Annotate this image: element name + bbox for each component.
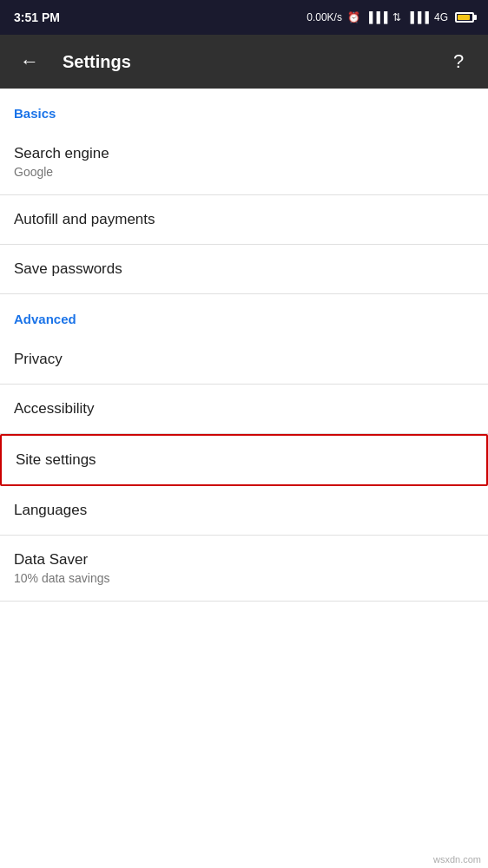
watermark: wsxdn.com	[433, 854, 481, 865]
languages-title: Languages	[14, 502, 474, 519]
network-speed: 0.00K/s	[307, 11, 342, 23]
network-type: 4G	[434, 11, 448, 23]
search-engine-title: Search engine	[14, 145, 474, 162]
back-button[interactable]: ←	[14, 46, 45, 77]
signal-icon: ▐▐▐	[366, 11, 388, 23]
save-passwords-title: Save passwords	[14, 260, 474, 278]
privacy-item[interactable]: Privacy	[0, 335, 488, 385]
data-saver-title: Data Saver	[14, 551, 474, 569]
privacy-title: Privacy	[14, 351, 474, 368]
battery-icon	[455, 12, 474, 23]
save-passwords-item[interactable]: Save passwords	[0, 245, 488, 294]
data-saver-subtitle: 10% data savings	[14, 571, 474, 585]
search-engine-subtitle: Google	[14, 165, 474, 179]
languages-item[interactable]: Languages	[0, 486, 488, 536]
advanced-section-label: Advanced	[0, 294, 488, 335]
signal-icon-2: ▐▐▐	[406, 11, 429, 23]
app-bar: ← Settings ?	[0, 35, 488, 89]
search-engine-item[interactable]: Search engine Google	[0, 129, 488, 195]
status-time: 3:51 PM	[14, 10, 60, 24]
data-saver-item[interactable]: Data Saver 10% data savings	[0, 536, 488, 602]
status-right: 0.00K/s ⏰ ▐▐▐ ⇅ ▐▐▐ 4G	[307, 11, 474, 23]
autofill-title: Autofill and payments	[14, 211, 474, 228]
site-settings-item[interactable]: Site settings	[0, 434, 488, 486]
autofill-item[interactable]: Autofill and payments	[0, 195, 488, 245]
arrows-icon: ⇅	[392, 11, 401, 23]
status-bar: 3:51 PM 0.00K/s ⏰ ▐▐▐ ⇅ ▐▐▐ 4G	[0, 0, 488, 35]
site-settings-title: Site settings	[16, 451, 472, 469]
alarm-icon: ⏰	[347, 11, 360, 23]
accessibility-title: Accessibility	[14, 400, 474, 418]
settings-content: Basics Search engine Google Autofill and…	[0, 89, 488, 602]
accessibility-item[interactable]: Accessibility	[0, 385, 488, 434]
page-title: Settings	[63, 52, 425, 72]
help-button[interactable]: ?	[443, 46, 474, 77]
basics-section-label: Basics	[0, 89, 488, 129]
